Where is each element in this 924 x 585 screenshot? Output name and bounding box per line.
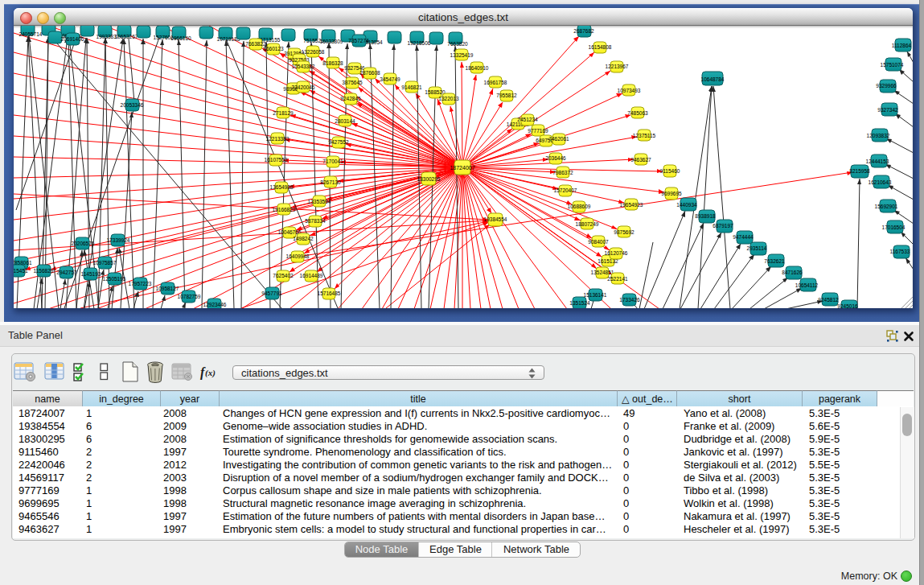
svg-text:15692901: 15692901 bbox=[875, 204, 898, 209]
svg-text:1351524: 1351524 bbox=[569, 300, 590, 306]
svg-text:9463627: 9463627 bbox=[630, 157, 651, 163]
svg-text:10654112: 10654112 bbox=[795, 282, 819, 288]
svg-text:13226058: 13226058 bbox=[302, 49, 325, 55]
svg-text:8186328: 8186328 bbox=[322, 60, 343, 66]
svg-text:7632621: 7632621 bbox=[764, 258, 785, 264]
svg-text:12213967: 12213967 bbox=[606, 64, 629, 69]
svg-text:8938918: 8938918 bbox=[695, 213, 716, 219]
svg-text:10653267: 10653267 bbox=[115, 34, 138, 39]
svg-text:10958127: 10958127 bbox=[156, 286, 179, 291]
svg-text:19166829: 19166829 bbox=[273, 207, 296, 212]
svg-text:12444153: 12444153 bbox=[866, 159, 889, 164]
svg-text:8215958: 8215958 bbox=[849, 168, 870, 174]
svg-text:9875692: 9875692 bbox=[614, 229, 634, 235]
svg-text:13353594: 13353594 bbox=[308, 199, 331, 204]
svg-text:18300295: 18300295 bbox=[417, 176, 441, 182]
svg-text:18724007: 18724007 bbox=[450, 165, 474, 171]
svg-text:3454749: 3454749 bbox=[380, 76, 400, 82]
svg-text:7462061: 7462061 bbox=[548, 136, 569, 142]
svg-text:15136141: 15136141 bbox=[584, 292, 607, 298]
svg-text:9115460: 9115460 bbox=[660, 168, 680, 174]
svg-text:12505195: 12505195 bbox=[103, 276, 126, 282]
svg-text:2451234: 2451234 bbox=[517, 117, 538, 122]
svg-text:17339924: 17339924 bbox=[107, 237, 130, 243]
svg-text:9777169: 9777169 bbox=[528, 128, 548, 134]
svg-text:2522141: 2522141 bbox=[607, 276, 628, 282]
svg-text:12213383: 12213383 bbox=[266, 136, 290, 142]
svg-text:13654988: 13654988 bbox=[270, 184, 294, 190]
svg-text:15751074: 15751074 bbox=[881, 62, 904, 68]
svg-text:16210643: 16210643 bbox=[869, 179, 892, 185]
svg-text:(x): (x) bbox=[205, 368, 216, 378]
svg-text:17016504: 17016504 bbox=[882, 225, 906, 230]
svg-text:1440934: 1440934 bbox=[676, 202, 697, 208]
svg-text:8660123: 8660123 bbox=[263, 46, 284, 51]
svg-text:13524851: 13524851 bbox=[591, 270, 614, 275]
svg-text:17957223: 17957223 bbox=[129, 281, 152, 286]
svg-text:9245016: 9245016 bbox=[837, 303, 858, 308]
svg-text:7357274: 7357274 bbox=[348, 38, 369, 43]
svg-text:9427552: 9427552 bbox=[328, 139, 349, 145]
svg-text:16914489: 16914489 bbox=[300, 273, 323, 278]
svg-text:6966160: 6966160 bbox=[170, 35, 191, 41]
svg-text:1167533: 1167533 bbox=[890, 249, 910, 254]
svg-text:10648784: 10648784 bbox=[701, 76, 725, 82]
svg-text:16120746: 16120746 bbox=[605, 250, 628, 256]
svg-text:12375115: 12375115 bbox=[633, 133, 656, 138]
svg-text:7955812: 7955812 bbox=[496, 93, 517, 98]
svg-text:16961758: 16961758 bbox=[484, 80, 507, 85]
svg-text:2036446: 2036446 bbox=[545, 155, 566, 161]
svg-text:9329966: 9329966 bbox=[876, 83, 897, 89]
svg-text:16154808: 16154808 bbox=[589, 44, 612, 50]
svg-text:5878334: 5878334 bbox=[305, 218, 326, 224]
svg-text:20691406: 20691406 bbox=[61, 36, 84, 42]
svg-text:9084007: 9084007 bbox=[588, 239, 609, 245]
svg-text:19654923: 19654923 bbox=[620, 202, 643, 208]
svg-text:12923446: 12923446 bbox=[203, 302, 227, 307]
svg-text:7663820: 7663820 bbox=[447, 41, 468, 47]
svg-text:2942757: 2942757 bbox=[56, 270, 77, 275]
svg-text:10782759: 10782759 bbox=[178, 294, 201, 299]
svg-text:2803144: 2803144 bbox=[335, 118, 355, 124]
svg-text:9327342: 9327342 bbox=[877, 107, 898, 113]
svg-text:8267130: 8267130 bbox=[320, 179, 341, 185]
svg-text:13325419: 13325419 bbox=[450, 52, 474, 58]
svg-text:7485063: 7485063 bbox=[627, 110, 648, 116]
svg-text:2687682: 2687682 bbox=[573, 28, 594, 34]
svg-text:2876608: 2876608 bbox=[359, 70, 380, 76]
svg-text:15716485: 15716485 bbox=[318, 290, 341, 296]
svg-text:2935114: 2935114 bbox=[747, 245, 767, 251]
svg-text:8471626: 8471626 bbox=[782, 270, 803, 275]
svg-text:1733426: 1733426 bbox=[619, 297, 640, 303]
svg-text:3915451: 3915451 bbox=[14, 268, 28, 274]
svg-text:16033809: 16033809 bbox=[320, 39, 343, 44]
svg-text:2718129: 2718129 bbox=[273, 110, 294, 116]
svg-text:16409948: 16409948 bbox=[286, 253, 310, 259]
svg-text:6879197: 6879197 bbox=[713, 223, 733, 229]
svg-text:24055714: 24055714 bbox=[19, 31, 43, 37]
svg-text:9699695: 9699695 bbox=[661, 191, 682, 196]
svg-text:9474444: 9474444 bbox=[733, 234, 754, 240]
svg-text:10688609: 10688609 bbox=[568, 204, 591, 209]
svg-text:9242845: 9242845 bbox=[340, 96, 361, 101]
svg-text:1112864: 1112864 bbox=[892, 43, 912, 48]
svg-text:1145193: 1145193 bbox=[81, 271, 101, 277]
svg-text:19384554: 19384554 bbox=[484, 216, 507, 222]
svg-text:10973493: 10973493 bbox=[618, 88, 641, 93]
svg-text:1498242: 1498242 bbox=[293, 236, 314, 241]
svg-text:16107553: 16107553 bbox=[265, 157, 288, 163]
svg-text:20206576: 20206576 bbox=[72, 241, 95, 246]
svg-text:7170041: 7170041 bbox=[322, 159, 343, 164]
svg-text:12093832: 12093832 bbox=[867, 133, 890, 138]
svg-text:1322013: 1322013 bbox=[438, 96, 459, 101]
svg-text:7986372: 7986372 bbox=[552, 170, 573, 175]
svg-text:9146821: 9146821 bbox=[401, 84, 422, 90]
svg-text:20053346: 20053346 bbox=[121, 102, 144, 108]
svg-text:1156829: 1156829 bbox=[34, 268, 54, 274]
svg-text:1588520: 1588520 bbox=[425, 89, 446, 95]
svg-text:18807249: 18807249 bbox=[576, 221, 599, 227]
svg-text:3875645: 3875645 bbox=[342, 80, 363, 85]
svg-text:10543382: 10543382 bbox=[292, 64, 315, 69]
svg-text:10975857: 10975857 bbox=[93, 260, 117, 266]
svg-text:7625402: 7625402 bbox=[273, 273, 294, 278]
